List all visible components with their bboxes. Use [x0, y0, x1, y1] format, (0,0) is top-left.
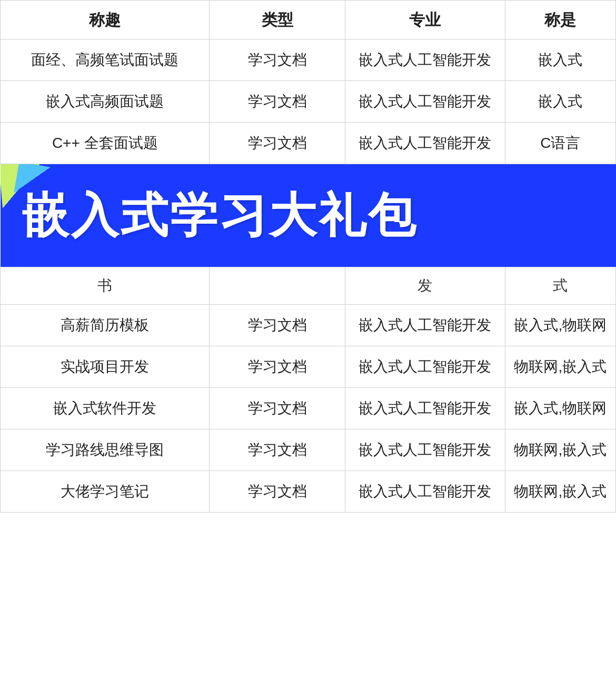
row2-col3: 嵌入式人工智能开发 — [345, 81, 505, 123]
row3-col3: 嵌入式人工智能开发 — [345, 123, 505, 164]
row6-col2: 学习文档 — [210, 388, 345, 429]
table-row: 嵌入式软件开发 学习文档 嵌入式人工智能开发 嵌入式,物联网 — [1, 388, 616, 429]
banner-cell: 嵌入式学习大礼包 — [1, 164, 616, 267]
row5-col2: 学习文档 — [210, 346, 345, 388]
row5-col4: 物联网,嵌入式 — [505, 346, 615, 388]
row1-col1: 面经、高频笔试面试题 — [1, 39, 210, 81]
row4-col4: 嵌入式,物联网 — [505, 305, 615, 346]
partial-row: 书 发 式 — [1, 267, 616, 305]
header-col3: 专业 — [345, 1, 505, 39]
partial-col1: 书 — [1, 267, 210, 305]
row2-col2: 学习文档 — [210, 81, 345, 123]
row4-col3: 嵌入式人工智能开发 — [345, 305, 505, 346]
row1-col2: 学习文档 — [210, 39, 345, 81]
row7-col2: 学习文档 — [210, 429, 345, 471]
row6-col3: 嵌入式人工智能开发 — [345, 388, 505, 429]
row1-col3: 嵌入式人工智能开发 — [345, 39, 505, 81]
table-row: 实战项目开发 学习文档 嵌入式人工智能开发 物联网,嵌入式 — [1, 346, 616, 388]
header-col1: 称趣 — [1, 1, 210, 39]
row2-col1: 嵌入式高频面试题 — [1, 81, 210, 123]
row3-col1: C++ 全套面试题 — [1, 123, 210, 164]
row4-col2: 学习文档 — [210, 305, 345, 346]
row8-col3: 嵌入式人工智能开发 — [345, 471, 505, 513]
partial-col3: 发 — [345, 267, 505, 305]
row7-col4: 物联网,嵌入式 — [505, 429, 615, 471]
row7-col1: 学习路线思维导图 — [1, 429, 210, 471]
table-row: 学习路线思维导图 学习文档 嵌入式人工智能开发 物联网,嵌入式 — [1, 429, 616, 471]
row7-col3: 嵌入式人工智能开发 — [345, 429, 505, 471]
partial-col2 — [210, 267, 345, 305]
row1-col4: 嵌入式 — [505, 39, 615, 81]
row5-col1: 实战项目开发 — [1, 346, 210, 388]
table-row: 大佬学习笔记 学习文档 嵌入式人工智能开发 物联网,嵌入式 — [1, 471, 616, 513]
main-table: 称趣 类型 专业 称是 面经、高频笔试面试题 学习文档 嵌入式人工智能开发 嵌入… — [0, 0, 616, 513]
table-row: 高薪简历模板 学习文档 嵌入式人工智能开发 嵌入式,物联网 — [1, 305, 616, 346]
header-row: 称趣 类型 专业 称是 — [1, 1, 616, 39]
table-wrapper: 称趣 类型 专业 称是 面经、高频笔试面试题 学习文档 嵌入式人工智能开发 嵌入… — [0, 0, 616, 513]
partial-col4: 式 — [505, 267, 615, 305]
row3-col2: 学习文档 — [210, 123, 345, 164]
banner-text: 嵌入式学习大礼包 — [22, 180, 418, 251]
row2-col4: 嵌入式 — [505, 81, 615, 123]
table-row: 面经、高频笔试面试题 学习文档 嵌入式人工智能开发 嵌入式 — [1, 39, 616, 81]
banner-overlay: 嵌入式学习大礼包 — [1, 164, 616, 267]
row8-col4: 物联网,嵌入式 — [505, 471, 615, 513]
table-row: 嵌入式高频面试题 学习文档 嵌入式人工智能开发 嵌入式 — [1, 81, 616, 123]
row8-col2: 学习文档 — [210, 471, 345, 513]
row4-col1: 高薪简历模板 — [1, 305, 210, 346]
header-col2: 类型 — [210, 1, 345, 39]
table-row: C++ 全套面试题 学习文档 嵌入式人工智能开发 C语言 — [1, 123, 616, 164]
banner-row: 嵌入式学习大礼包 — [1, 164, 616, 267]
header-col4: 称是 — [505, 1, 615, 39]
row6-col1: 嵌入式软件开发 — [1, 388, 210, 429]
row5-col3: 嵌入式人工智能开发 — [345, 346, 505, 388]
row8-col1: 大佬学习笔记 — [1, 471, 210, 513]
row6-col4: 嵌入式,物联网 — [505, 388, 615, 429]
row3-col4: C语言 — [505, 123, 615, 164]
